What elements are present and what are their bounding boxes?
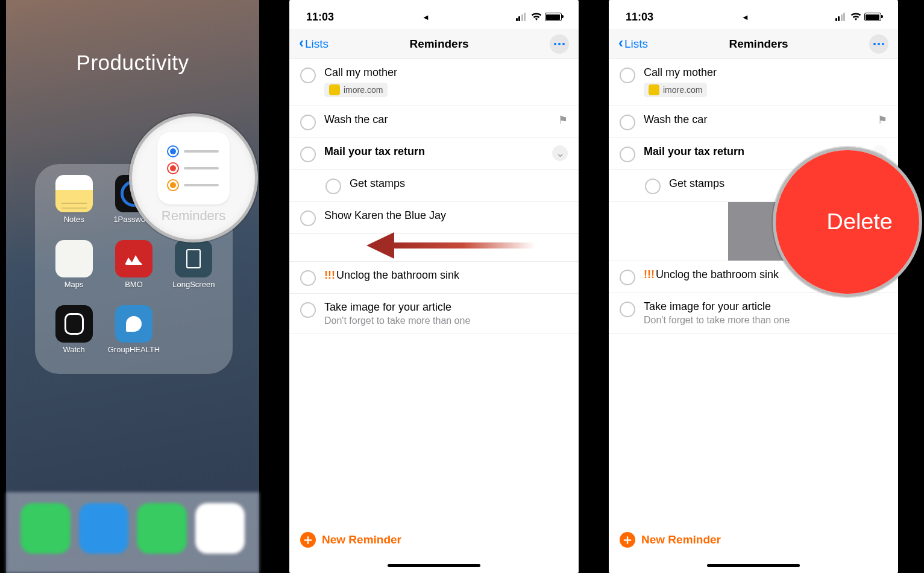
complete-circle[interactable] [325,179,341,194]
new-reminder-button[interactable]: ＋ New Reminder [289,525,579,555]
app-grouphealth[interactable]: GroupHEALTH [105,305,162,366]
app-longscreen[interactable]: LongScreen [166,240,222,300]
complete-circle[interactable] [300,68,316,83]
reminder-row[interactable]: Wash the car ⚑ [289,106,579,138]
complete-circle[interactable] [620,147,635,162]
reminders-list[interactable]: Call my mother imore.com Wash the car ⚑ … [289,59,579,573]
battery-icon [864,13,881,21]
complete-circle[interactable] [300,302,316,318]
nav-title: Reminders [409,37,468,51]
nav-title: Reminders [729,37,788,51]
reminder-row[interactable]: Mail your tax return ⌄ [289,138,579,170]
complete-circle[interactable] [300,211,316,226]
reminder-subtask-row[interactable]: Get stamps [289,170,579,202]
new-reminder-button[interactable]: ＋ New Reminder [609,525,898,555]
more-button[interactable] [550,34,569,54]
svg-point-1 [558,43,561,45]
flag-icon: ⚑ [558,113,568,127]
ellipsis-icon [554,43,565,45]
reminder-row[interactable]: Take image for your article Don't forget… [609,293,898,334]
status-bar: 11:03◂ [609,0,898,29]
wifi-icon [531,13,542,21]
back-button[interactable]: ‹ Lists [299,36,328,51]
url-pill[interactable]: imore.com [644,83,707,97]
folder-title: Productivity [6,51,259,75]
watch-icon [55,305,93,343]
complete-circle[interactable] [620,115,635,130]
app-maps[interactable]: Maps [46,240,102,300]
reminder-row[interactable]: Wash the car ⚑ [609,106,898,138]
back-button[interactable]: ‹ Lists [618,36,648,51]
svg-point-4 [878,43,880,45]
reminder-row[interactable]: !!!Unclog the bathroom sink [289,262,579,294]
flag-icon: ⚑ [878,113,887,127]
zoom-lens-delete-action: Delete [773,147,922,297]
zoom-lens-reminders-app: Reminders [129,113,258,242]
svg-point-5 [882,43,884,45]
swiped-row-content: he Blue Jay [609,202,724,261]
signal-icon [516,13,528,21]
swipe-left-arrow [366,235,535,256]
chevron-down-icon[interactable]: ⌄ [552,145,568,161]
chevron-left-icon: ‹ [618,34,623,51]
status-bar: 11:03◂ [289,0,579,29]
chevron-left-icon: ‹ [299,34,304,51]
ellipsis-icon [873,43,884,45]
home-indicator[interactable] [707,564,800,567]
status-time: 11:03 [626,11,653,24]
reminders-list[interactable]: Call my mother imore.com Wash the car ⚑ … [609,59,898,573]
app-bmo[interactable]: BMO [105,240,162,300]
home-indicator[interactable] [388,564,480,567]
dock [6,492,259,573]
grouphealth-icon [115,305,152,343]
reminders-icon[interactable] [157,132,230,204]
reminder-row[interactable]: Call my mother imore.com [609,59,898,106]
complete-circle[interactable] [645,179,661,194]
status-time: 11:03 [306,11,334,24]
complete-circle[interactable] [300,270,316,286]
notes-icon [55,175,93,212]
app-notes[interactable]: Notes [46,175,102,235]
lens-app-label: Reminders [162,208,225,224]
battery-icon [545,13,562,21]
reminders-app-after-swipe: 11:03◂ ‹ Lists Reminders Call my mother … [609,0,898,573]
svg-point-2 [562,43,565,45]
more-button[interactable] [869,34,888,54]
favicon-icon [649,84,659,95]
nav-bar: ‹ Lists Reminders [609,29,898,59]
plus-icon: ＋ [300,532,316,548]
wifi-icon [850,13,861,21]
complete-circle[interactable] [620,270,635,285]
longscreen-icon [175,240,212,277]
maps-icon [55,240,93,277]
home-screen-panel: Productivity Notes 1Passwor... Maps BMO [6,0,259,573]
signal-icon [835,13,847,21]
svg-point-0 [554,43,556,45]
reminder-row-swipetarget[interactable]: Show Karen the Blue Jay [289,202,579,234]
plus-icon: ＋ [620,532,635,548]
bmo-icon [115,240,152,277]
reminder-row[interactable]: Call my mother imore.com [289,59,579,106]
complete-circle[interactable] [620,302,635,317]
reminder-row[interactable]: Take image for your article Don't forget… [289,294,579,334]
complete-circle[interactable] [300,115,316,130]
complete-circle[interactable] [620,68,635,83]
app-watch[interactable]: Watch [46,305,102,366]
url-pill[interactable]: imore.com [324,83,388,97]
complete-circle[interactable] [300,147,316,162]
nav-bar: ‹ Lists Reminders [289,29,579,59]
favicon-icon [329,84,340,95]
reminders-app-before-swipe: 11:03◂ ‹ Lists Reminders Call my mother … [289,0,579,573]
delete-action-zoom[interactable]: Delete [773,147,922,297]
svg-point-3 [873,43,876,45]
